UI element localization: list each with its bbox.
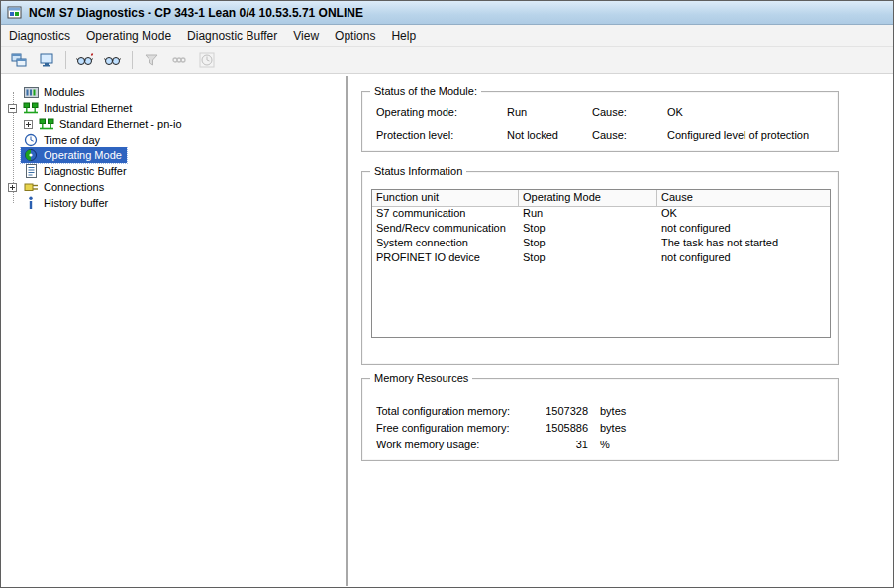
ethernet-node-icon (39, 117, 54, 131)
tree-item-diagnostic-buffer[interactable]: Diagnostic Buffer (2, 163, 346, 179)
toolbar (1, 47, 893, 74)
status-row: Protection level: Not locked Cause: Conf… (376, 129, 830, 141)
app-window: NCM S7 Diagnostics - CP 343-1 Lean 0/4 1… (0, 0, 894, 588)
menu-view[interactable]: View (285, 25, 327, 46)
cause-label: Cause: (592, 129, 667, 141)
menu-diagnostics[interactable]: Diagnostics (1, 25, 78, 46)
status-row: Operating mode: Run Cause: OK (376, 106, 830, 118)
memory-unit: % (600, 439, 610, 450)
groupbox-title: Status of the Module: (370, 84, 481, 98)
table-row[interactable]: PROFINET IO device Stop not configured (372, 251, 830, 266)
tree-item-label: Time of day (43, 133, 103, 147)
cyclic-update-button[interactable] (72, 49, 98, 71)
expand-expander-icon[interactable] (24, 120, 33, 129)
update-glasses-icon (104, 52, 122, 68)
cyclic-update-icon (76, 52, 94, 68)
tree-item-operating-mode[interactable]: Operating Mode (2, 147, 346, 163)
memory-label: Total configuration memory: (376, 405, 527, 417)
collapse-expander-icon[interactable] (8, 104, 17, 113)
status-information-table: Function unit Operating Mode Cause S7 co… (371, 189, 831, 338)
diagnostics-tree: Modules Industrial Ethern (2, 76, 348, 586)
windows-view-button[interactable] (6, 49, 32, 71)
update-button[interactable] (100, 49, 126, 71)
counter-icon (171, 52, 187, 68)
menu-options[interactable]: Options (327, 25, 383, 46)
memory-row: Total configuration memory: 1507328 byte… (376, 405, 830, 417)
tree-item-label: Connections (43, 180, 107, 194)
monitor-icon (39, 52, 54, 68)
filter-button[interactable] (139, 49, 164, 71)
tree-item-label: Modules (43, 85, 88, 99)
groupbox-title: Status Information (370, 164, 466, 178)
menu-diagnostic-buffer[interactable]: Diagnostic Buffer (179, 25, 285, 46)
tree-item-label: Industrial Ethernet (43, 101, 135, 115)
tree-item-label: Standard Ethernet - pn-io (58, 117, 185, 131)
table-row[interactable]: System connection Stop The task has not … (372, 237, 830, 251)
memory-label: Free configuration memory: (376, 422, 527, 434)
tree-item-industrial-ethernet[interactable]: Industrial Ethernet (2, 100, 346, 116)
info-icon (23, 196, 39, 210)
expand-expander-icon[interactable] (8, 183, 17, 192)
protection-level-label: Protection level: (376, 129, 507, 141)
memory-value: 31 (527, 439, 588, 450)
tree-item-label: Diagnostic Buffer (43, 164, 130, 178)
memory-resources-groupbox: Memory Resources Total configuration mem… (361, 378, 839, 461)
cause-label: Cause: (592, 106, 667, 118)
modules-icon (23, 85, 39, 99)
tree-item-modules[interactable]: Modules (2, 84, 346, 100)
tree-item-time-of-day[interactable]: Time of day (2, 132, 346, 147)
cell-operating-mode: Stop (519, 222, 657, 237)
detail-panel: Status of the Module: Operating mode: Ru… (348, 76, 892, 586)
memory-row: Work memory usage: 31 % (376, 439, 830, 450)
table-row[interactable]: S7 communication Run OK (372, 207, 830, 222)
cell-cause: OK (657, 207, 830, 222)
connections-plug-icon (23, 180, 39, 194)
window-title: NCM S7 Diagnostics - CP 343-1 Lean 0/4 1… (29, 6, 363, 20)
menubar: Diagnostics Operating Mode Diagnostic Bu… (1, 25, 893, 47)
cause-value: Configured level of protection (667, 129, 830, 141)
cause-value: OK (667, 106, 830, 118)
main-area: Modules Industrial Ethern (2, 76, 892, 586)
memory-value: 1507328 (527, 405, 588, 417)
table-header-row: Function unit Operating Mode Cause (372, 190, 830, 207)
cell-operating-mode: Run (519, 207, 657, 222)
app-icon (7, 5, 23, 21)
tree-item-history-buffer[interactable]: History buffer (2, 195, 346, 211)
operating-mode-label: Operating mode: (376, 106, 507, 118)
toolbar-separator (132, 51, 133, 69)
tree-item-label: Operating Mode (43, 148, 125, 162)
cell-function-unit: Send/Recv communication (372, 222, 519, 237)
counter-button[interactable] (166, 49, 192, 71)
protection-level-value: Not locked (507, 129, 592, 141)
memory-unit: bytes (600, 422, 626, 434)
time-of-day-clock-icon (23, 133, 39, 147)
cell-function-unit: System connection (372, 237, 519, 251)
filter-icon (144, 52, 159, 68)
tree-item-label: History buffer (43, 196, 111, 210)
memory-unit: bytes (600, 405, 626, 417)
monitor-view-button[interactable] (34, 49, 59, 71)
column-header-function-unit[interactable]: Function unit (372, 190, 519, 207)
cell-operating-mode: Stop (519, 237, 657, 251)
cell-cause: The task has not started (657, 237, 830, 251)
diagnostic-buffer-icon (23, 164, 39, 178)
column-header-cause[interactable]: Cause (657, 190, 830, 207)
clock-button[interactable] (194, 49, 220, 71)
memory-value: 1505886 (527, 422, 588, 434)
titlebar[interactable]: NCM S7 Diagnostics - CP 343-1 Lean 0/4 1… (1, 1, 893, 25)
clock-icon (199, 52, 215, 68)
column-header-operating-mode[interactable]: Operating Mode (519, 190, 657, 207)
status-of-module-groupbox: Status of the Module: Operating mode: Ru… (361, 91, 839, 152)
status-information-groupbox: Status Information Function unit Operati… (361, 171, 839, 365)
menu-operating-mode[interactable]: Operating Mode (78, 25, 179, 46)
cell-cause: not configured (657, 251, 830, 266)
tree-item-standard-ethernet-pn-io[interactable]: Standard Ethernet - pn-io (2, 116, 346, 132)
tree-item-connections[interactable]: Connections (2, 179, 346, 195)
memory-label: Work memory usage: (376, 439, 527, 450)
table-row[interactable]: Send/Recv communication Stop not configu… (372, 222, 830, 237)
cell-cause: not configured (657, 222, 830, 237)
menu-help[interactable]: Help (383, 25, 424, 46)
cell-function-unit: S7 communication (372, 207, 519, 222)
memory-row: Free configuration memory: 1505886 bytes (376, 422, 830, 434)
operating-mode-icon (23, 148, 39, 162)
